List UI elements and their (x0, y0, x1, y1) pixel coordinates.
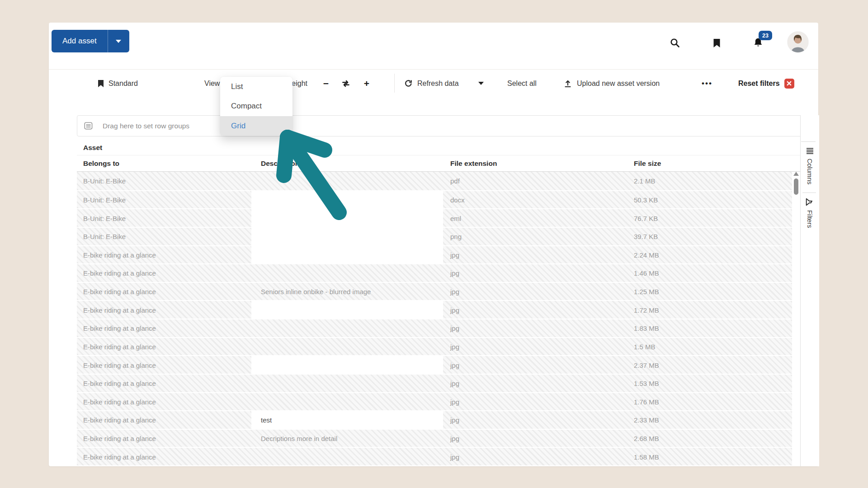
table-row[interactable]: E-bike riding at a glancejpg1.46 MB (77, 263, 792, 282)
table-row[interactable]: E-bike riding at a glancejpg2.24 MB (77, 245, 792, 264)
description-cell-background (251, 411, 443, 429)
cell-file-extension: jpg (450, 343, 459, 350)
table-row[interactable]: E-bike riding at a glancejpg1.72 MB (77, 300, 792, 319)
table-row[interactable]: E-bike riding at a glancejpg1.58 MB (77, 447, 792, 465)
header-divider (49, 69, 818, 70)
table-row[interactable]: E-bike riding at a glancejpg2.37 MB (77, 355, 792, 374)
description-cell-background (251, 209, 443, 227)
table-row[interactable]: B-Unit: E-Bikepng39.7 KB (77, 227, 792, 245)
row-height-decrease-button[interactable]: − (319, 76, 333, 90)
add-asset-label[interactable]: Add asset (52, 30, 108, 52)
cell-file-extension: jpg (450, 269, 459, 277)
view-dropdown[interactable]: View (204, 76, 220, 90)
column-header-file-extension[interactable]: File extension (450, 160, 497, 168)
table-row[interactable]: E-bike riding at a glancejpg1.83 MB (77, 319, 792, 337)
scroll-up-arrow[interactable] (793, 172, 799, 176)
table-row[interactable]: B-Unit: E-Bikedocx50.3 KB (77, 190, 792, 209)
table-row[interactable]: E-bike riding at a glancejpg1.76 MB (77, 392, 792, 411)
bookmark-icon (98, 80, 104, 88)
add-asset-button[interactable]: Add asset (52, 30, 129, 52)
table-row[interactable]: E-bike riding at a glancejpg1.5 MB (77, 337, 792, 356)
cell-file-extension: jpg (450, 288, 459, 296)
view-label: View (204, 80, 220, 88)
cell-belongs-to: E-bike riding at a glance (83, 324, 156, 332)
refresh-icon (404, 79, 413, 88)
cell-belongs-to: B-Unit: E-Bike (83, 233, 126, 240)
cell-belongs-to: E-bike riding at a glance (83, 251, 156, 258)
cell-file-size: 1.76 MB (634, 398, 659, 405)
column-group-header: Asset (77, 140, 800, 155)
plus-icon: + (364, 78, 369, 89)
cell-file-extension: jpg (450, 380, 459, 387)
cell-belongs-to: E-bike riding at a glance (83, 288, 156, 296)
row-groups-drop-zone[interactable]: Drag here to set row groups (77, 115, 813, 136)
view-menu-item-list[interactable]: List (220, 77, 292, 97)
upload-version-button[interactable]: Upload new asset version (563, 76, 660, 90)
column-header-description[interactable]: Description (261, 160, 299, 168)
search-button[interactable] (667, 35, 683, 51)
table-row[interactable]: E-bike riding at a glancejpg1.53 MB (77, 374, 792, 392)
row-height-increase-button[interactable]: + (360, 76, 373, 90)
column-header-belongs-to[interactable]: Belongs to (83, 160, 119, 168)
row-groups-icon (84, 122, 93, 130)
sidebar-top-divider (801, 141, 816, 142)
row-height-reset-button[interactable] (341, 76, 351, 90)
cell-belongs-to: E-bike riding at a glance (83, 306, 156, 314)
view-menu-item-compact[interactable]: Compact (220, 97, 292, 117)
cell-belongs-to: E-bike riding at a glance (83, 435, 156, 442)
table-row[interactable]: E-bike riding at a glanceSeniors inline … (77, 282, 792, 300)
preset-standard[interactable]: Standard (98, 76, 138, 90)
tab-columns-label: Columns (806, 159, 813, 184)
repeat-icon (341, 79, 351, 88)
toolbar-divider (394, 74, 395, 93)
cell-file-size: 1.58 MB (634, 453, 659, 460)
columns-icon (806, 148, 814, 155)
cell-file-size: 1.5 MB (634, 343, 656, 350)
reset-filters-icon (784, 79, 794, 89)
cell-description: Decriptions more in detail (261, 435, 337, 442)
more-options-button[interactable]: ••• (702, 76, 712, 90)
cell-belongs-to: E-bike riding at a glance (83, 343, 156, 350)
cell-belongs-to: E-bike riding at a glance (83, 269, 156, 277)
cell-description: test (261, 416, 272, 424)
reset-filters-button[interactable]: Reset filters (738, 76, 794, 90)
add-asset-dropdown-toggle[interactable] (108, 30, 129, 52)
tab-filters[interactable]: Filters (800, 198, 819, 228)
refresh-data-button[interactable]: Refresh data (404, 76, 459, 90)
vertical-scrollbar-thumb[interactable] (794, 178, 798, 195)
cell-file-size: 1.83 MB (634, 324, 659, 332)
tab-columns[interactable]: Columns (800, 148, 819, 184)
bookmarks-button[interactable] (709, 35, 724, 51)
close-icon (787, 81, 792, 86)
cell-file-size: 2.1 MB (634, 177, 656, 185)
cell-file-extension: eml (450, 214, 461, 222)
table-row[interactable]: B-Unit: E-Bikepdf2.1 MB (77, 172, 792, 190)
user-photo (788, 32, 808, 52)
tab-filters-label: Filters (806, 210, 813, 228)
table-body: B-Unit: E-Bikepdf2.1 MBB-Unit: E-Bikedoc… (77, 172, 792, 465)
view-menu-item-grid[interactable]: Grid (220, 116, 292, 136)
cell-belongs-to: B-Unit: E-Bike (83, 177, 126, 185)
cell-file-extension: jpg (450, 324, 459, 332)
column-header-file-size[interactable]: File size (634, 160, 661, 168)
refresh-label: Refresh data (417, 80, 459, 88)
chevron-down-icon (478, 82, 484, 85)
upload-icon (563, 79, 572, 88)
select-all-button[interactable]: Select all (507, 76, 537, 90)
cell-file-size: 1.46 MB (634, 269, 659, 277)
row-groups-placeholder: Drag here to set row groups (103, 122, 189, 130)
cell-belongs-to: B-Unit: E-Bike (83, 196, 126, 203)
description-cell-background (251, 356, 443, 374)
table-row[interactable]: E-bike riding at a glancetestjpg2.33 MB (77, 410, 792, 429)
table-row[interactable]: B-Unit: E-Bikeeml76.7 KB (77, 208, 792, 227)
table-row[interactable]: E-bike riding at a glanceDecriptions mor… (77, 429, 792, 447)
cell-file-extension: docx (450, 196, 465, 203)
avatar[interactable] (788, 32, 808, 52)
cell-file-extension: png (450, 233, 462, 240)
cell-belongs-to: B-Unit: E-Bike (83, 214, 126, 222)
group-header-label: Asset (83, 144, 102, 152)
refresh-dropdown-toggle[interactable] (478, 76, 484, 90)
cell-belongs-to: E-bike riding at a glance (83, 453, 156, 460)
cell-file-size: 2.33 MB (634, 416, 659, 424)
description-cell-background (251, 228, 443, 245)
